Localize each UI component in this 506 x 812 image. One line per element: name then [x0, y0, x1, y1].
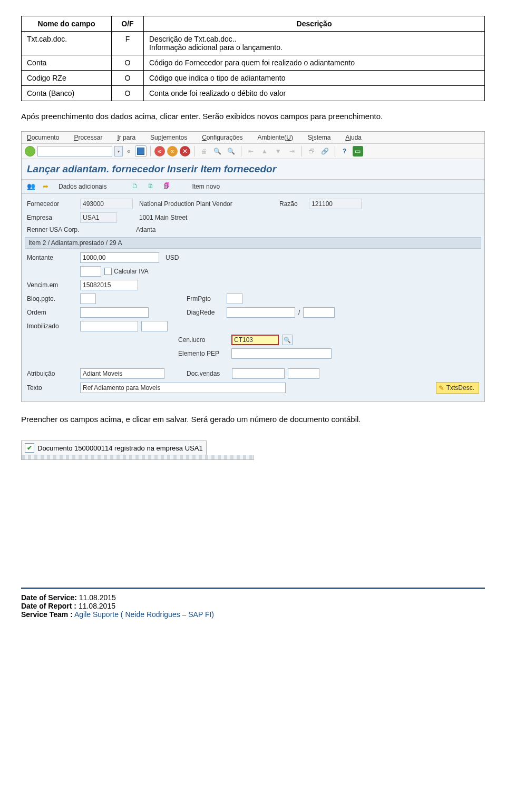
- field-diagrede-2[interactable]: [303, 307, 335, 318]
- shortcut-icon: 🔗: [319, 145, 331, 157]
- page-footer: Date of Service: 11.08.2015 Date of Repo…: [21, 581, 485, 619]
- people-icon[interactable]: [27, 182, 35, 191]
- field-frmpgto[interactable]: [227, 294, 242, 304]
- field-fornecedor-name: National Production Plant Vendor: [136, 200, 276, 208]
- field-docvendas[interactable]: [232, 368, 285, 379]
- label-docvendas: Doc.vendas: [187, 370, 229, 377]
- search-help-icon[interactable]: 🔍: [282, 335, 293, 345]
- layout-icon[interactable]: ▭: [353, 146, 363, 156]
- back-icon[interactable]: «: [154, 146, 165, 156]
- goto-icon[interactable]: [43, 182, 51, 191]
- table-row: Conta (Banco) O Conta onde foi realizado…: [22, 86, 485, 101]
- sap-subtoolbar: Dados adicionais Item novo: [22, 180, 484, 194]
- status-bar: ✔ Documento 1500000114 registrado na emp…: [21, 441, 207, 455]
- success-check-icon: ✔: [25, 443, 34, 453]
- label-pep: Elemento PEP: [178, 350, 228, 357]
- cancel-icon[interactable]: ✕: [180, 146, 190, 156]
- command-dropdown[interactable]: ▾: [114, 146, 123, 156]
- cell-of: O: [112, 86, 144, 101]
- txtsdesc-button[interactable]: TxtsDesc.: [436, 382, 479, 394]
- field-bloq[interactable]: [80, 294, 96, 304]
- field-empresa-addr: 1001 Main Street: [136, 214, 276, 221]
- label-company: Renner USA Corp.: [27, 226, 109, 233]
- field-pep[interactable]: [231, 348, 332, 359]
- cell-name: Conta: [22, 55, 112, 71]
- exit-icon[interactable]: «: [167, 146, 178, 156]
- field-montante[interactable]: 1000,00: [80, 252, 159, 263]
- cell-name: Codigo RZe: [22, 71, 112, 86]
- footer-report-value: 11.08.2015: [76, 602, 115, 610]
- field-imobilizado[interactable]: [80, 321, 138, 331]
- prev-page-icon: ▲: [259, 145, 270, 157]
- toolbar-separator: [335, 146, 335, 156]
- find-icon: 🔍: [212, 145, 223, 157]
- checkbox-calcular-iva[interactable]: Calcular IVA: [104, 268, 149, 275]
- field-empresa-code: USA1: [80, 212, 117, 223]
- sap-screen-title: Lançar adiantam. fornecedor Inserir Item…: [22, 159, 484, 180]
- field-docvendas-2[interactable]: [288, 368, 319, 379]
- menu-ajuda[interactable]: Ajuda: [345, 134, 362, 141]
- field-cenlucro[interactable]: CT103: [231, 335, 279, 345]
- cell-name: Txt.cab.doc.: [22, 32, 112, 55]
- sap-form: Fornecedor 493000 National Production Pl…: [22, 194, 484, 402]
- new-doc-icon[interactable]: [132, 182, 140, 191]
- menu-suplementos[interactable]: Suplementos: [150, 134, 187, 141]
- menu-configuracoes[interactable]: Configurações: [202, 134, 242, 141]
- cell-desc: Descrição de Txt.cab.doc.. Informação ad…: [144, 32, 485, 55]
- label-empresa: Empresa: [27, 214, 77, 221]
- sap-window: Documento Processar Ir para Suplementos …: [21, 131, 485, 402]
- add-doc-icon[interactable]: [148, 182, 156, 191]
- status-bar-decor: [21, 455, 254, 460]
- label-cenlucro: Cen.lucro: [178, 336, 228, 344]
- footer-service-label: Date of Service:: [21, 593, 77, 602]
- help-icon[interactable]: ?: [339, 145, 351, 157]
- toolbar-separator: [241, 146, 241, 156]
- pencil-icon: [439, 384, 444, 392]
- sap-toolbar: ▾ « « « ✕ 🖨 🔍 🔍 ⇤ ▲ ▼ ⇥ 🗗 🔗 ? ▭: [22, 144, 484, 159]
- enter-button[interactable]: [25, 146, 35, 156]
- menu-ambiente[interactable]: Ambiente(U): [258, 134, 293, 141]
- print-icon: 🖨: [198, 145, 210, 157]
- txtsdesc-label: TxtsDesc.: [446, 384, 474, 392]
- label-fornecedor: Fornecedor: [27, 200, 77, 208]
- new-session-icon: 🗗: [306, 145, 317, 157]
- checkbox-box-icon: [104, 268, 112, 275]
- field-vencim[interactable]: 15082015: [80, 280, 138, 290]
- paragraph-instruction-2: Preencher os campos acima, e clicar em s…: [21, 415, 485, 424]
- label-imobilizado: Imobilizado: [27, 322, 77, 330]
- footer-team-label: Service Team :: [21, 610, 73, 619]
- field-iva-code[interactable]: [80, 266, 101, 277]
- menu-ir-para[interactable]: Ir para: [117, 134, 135, 141]
- menu-documento[interactable]: Documento: [27, 134, 59, 141]
- label-ordem: Ordem: [27, 309, 77, 316]
- find-next-icon: 🔍: [226, 145, 237, 157]
- label-montante: Montante: [27, 254, 77, 261]
- command-field[interactable]: [37, 146, 112, 156]
- label-bloq: Bloq.pgto.: [27, 295, 77, 302]
- field-company-city: Atlanta: [133, 226, 155, 233]
- field-imobilizado-2[interactable]: [141, 321, 168, 331]
- toolbar-separator: [150, 146, 151, 156]
- label-diagrede: DiagRede: [187, 309, 223, 316]
- footer-service-value: 11.08.2015: [77, 593, 116, 602]
- field-diagrede[interactable]: [227, 307, 295, 318]
- save-icon[interactable]: [135, 145, 147, 157]
- field-texto[interactable]: Ref Adiamento para Moveis: [80, 383, 286, 393]
- label-atribuicao: Atribuição: [27, 370, 77, 377]
- table-row: Conta O Código do Fornecedor para quem f…: [22, 55, 485, 71]
- dados-adicionais-button[interactable]: Dados adicionais: [59, 183, 106, 190]
- toolbar-separator: [194, 146, 194, 156]
- cell-of: O: [112, 71, 144, 86]
- menu-sistema[interactable]: Sistema: [308, 134, 330, 141]
- item-novo-button[interactable]: Item novo: [192, 183, 220, 190]
- menu-processar[interactable]: Processar: [74, 134, 102, 141]
- table-row: Txt.cab.doc. F Descrição de Txt.cab.doc.…: [22, 32, 485, 55]
- collapse-icon[interactable]: «: [125, 148, 133, 155]
- field-ordem[interactable]: [80, 307, 149, 318]
- copy-doc-icon[interactable]: [163, 182, 172, 191]
- footer-rule: [21, 588, 485, 589]
- field-atribuicao[interactable]: Adiant Moveis: [80, 368, 164, 379]
- section-header-item: Item 2 / Adiantam.prestado / 29 A: [25, 237, 481, 249]
- cell-of: F: [112, 32, 144, 55]
- sap-menubar: Documento Processar Ir para Suplementos …: [22, 132, 484, 144]
